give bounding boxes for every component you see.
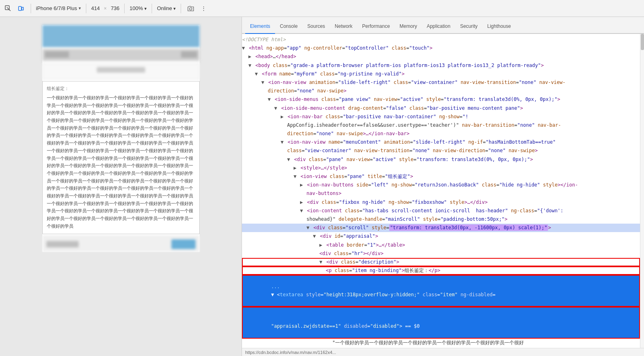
tree-ionnavbtns-cont[interactable]: nav-buttons> — [242, 189, 640, 198]
phone-preview: 组长鉴定： 一个很好的学员一个很好的学员一个很好的学员一个很好的学员一个很好的学… — [0, 17, 242, 356]
main-area: 组长鉴定： 一个很好的学员一个很好的学员一个很好的学员一个很好的学员一个很好的学… — [0, 17, 644, 356]
tree-textarea-cont[interactable]: "appraisal.zwjdstate==1" disabled="disab… — [242, 307, 640, 339]
bottom-status-bar: https://cdn.bcdoc.info/v/nav.m/nav.m/116… — [242, 348, 644, 356]
scrollbar-thumb[interactable] — [641, 34, 644, 50]
tree-table[interactable]: ▶ <table border="1">…</table> — [242, 241, 640, 249]
tab-memory[interactable]: Memory — [395, 20, 422, 34]
tree-textarea-selected[interactable]: ... ▼ <textarea style="height:318px;over… — [242, 275, 640, 307]
tab-network-label: Network — [335, 23, 352, 29]
inspect-element-icon[interactable] — [3, 4, 13, 13]
tree-form[interactable]: ▼ <form name="myForm" class="ng-pristine… — [242, 70, 640, 78]
tab-lighthouse[interactable]: Lighthouse — [482, 20, 516, 34]
tree-ioncontent[interactable]: ▼ <ion-content class="has-tabs scroll-co… — [242, 207, 640, 215]
elements-tree[interactable]: <!DOCTYPE html> ▼ <html ng-app="app" ng-… — [242, 34, 640, 348]
dim-separator: × — [104, 6, 107, 11]
tab-elements[interactable]: Elements — [245, 20, 275, 34]
tree-divscroll[interactable]: ▼ <div class="scroll" style="transform: … — [242, 224, 640, 232]
height-value: 736 — [111, 5, 120, 11]
tree-ionside[interactable]: ▼ <ion-side-menus class="pane view" nav-… — [242, 95, 640, 104]
zoom-selector[interactable]: 100% ▾ — [129, 5, 147, 11]
tab-console[interactable]: Console — [275, 20, 302, 34]
tab-elements-label: Elements — [250, 23, 270, 29]
device-toggle-icon[interactable] — [16, 4, 26, 13]
tree-divappraisal[interactable]: ▼ <div id="appraisal"> — [242, 232, 640, 241]
toolbar-sep-5 — [181, 4, 181, 13]
tree-ionview[interactable]: ▼ <ion-view class="pane" title="组长鉴定"> — [242, 172, 640, 181]
tree-ionnavbar-cont[interactable]: AppConfig.isheaderfooter==false&&user.us… — [242, 121, 640, 130]
tree-ionnavview2-cont[interactable]: class="view-container" nav-view-transiti… — [242, 147, 640, 155]
toolbar-sep-3 — [124, 4, 125, 13]
svg-rect-1 — [19, 6, 21, 10]
tree-head[interactable]: ▶ <head>…</head> — [242, 52, 640, 61]
tree-ionsidemenu[interactable]: ▼ <ion-side-menu-content drag-content="f… — [242, 104, 640, 113]
tab-performance[interactable]: Performance — [357, 20, 395, 34]
device-dropdown-icon[interactable]: ▾ — [79, 6, 81, 11]
tab-application-label: Application — [427, 23, 450, 29]
more-dots: ⋮ — [201, 5, 206, 12]
tree-html[interactable]: ▼ <html ng-app="app" ng-controller="topC… — [242, 44, 640, 52]
tree-textarea-text1[interactable]: "一个很好的学员一个很好的学员一个很好的学员一个很好的学员一个很好的学员一个很好 — [242, 339, 640, 347]
tab-network[interactable]: Network — [330, 20, 357, 34]
tab-sources-label: Sources — [307, 23, 325, 29]
elements-scrollbar[interactable] — [640, 34, 644, 348]
tree-ioncontent-cont[interactable]: showhead}" delegate-handle="mainScroll" … — [242, 215, 640, 224]
tree-div-pane[interactable]: ▼ <div class="pane" nav-view="active" st… — [242, 155, 640, 164]
devtools-tabs: Elements Console Sources Network Perform… — [242, 17, 644, 34]
tree-body[interactable]: ▼ <body class="grade-a platform-browser … — [242, 61, 640, 70]
top-toolbar: iPhone 6/7/8 Plus ▾ 414 × 736 100% ▾ Onl… — [0, 0, 644, 17]
device-name-label: iPhone 6/7/8 Plus — [36, 5, 77, 11]
tree-ionnav1[interactable]: ▼ <ion-nav-view animation="slide-left-ri… — [242, 78, 640, 87]
capture-screenshot-icon[interactable] — [186, 4, 196, 13]
elements-content: <!DOCTYPE html> ▼ <html ng-app="app" ng-… — [242, 34, 644, 348]
tree-style[interactable]: ▶ <style>…</style> — [242, 164, 640, 172]
device-selector[interactable]: iPhone 6/7/8 Plus ▾ — [36, 5, 81, 11]
preview-wrapper: 组长鉴定： 一个很好的学员一个很好的学员一个很好的学员一个很好的学员一个很好的学… — [42, 25, 200, 252]
zoom-value: 100% — [129, 5, 143, 11]
svg-point-3 — [190, 8, 192, 10]
tab-console-label: Console — [280, 23, 298, 29]
preview-bottom-row — [42, 236, 200, 252]
tab-security-label: Security — [460, 23, 477, 29]
preview-body-text: 一个很好的学员一个很好的学员一个很好的学员一个很好的学员一个很好的学员一个很好的… — [47, 94, 195, 230]
toolbar-sep-1 — [31, 4, 31, 13]
tree-ionnavview2[interactable]: ▼ <ion-nav-view name="menuContent" anima… — [242, 138, 640, 147]
tree-ionnav1-cont[interactable]: direction="none" nav-swipe> — [242, 87, 640, 95]
zoom-dropdown-icon: ▾ — [144, 6, 147, 11]
preview-text-area: 组长鉴定： 一个很好的学员一个很好的学员一个很好的学员一个很好的学员一个很好的学… — [42, 81, 200, 234]
preview-content: 组长鉴定： 一个很好的学员一个很好的学员一个很好的学员一个很好的学员一个很好的学… — [0, 17, 242, 260]
toolbar-sep-2 — [86, 4, 86, 13]
tree-divhr1[interactable]: <div class="hr"></div> — [242, 249, 640, 258]
preview-info-row — [42, 63, 200, 80]
tab-performance-label: Performance — [362, 23, 390, 29]
tree-ionnavbar-cont2[interactable]: direction="none" nav-swipe>…</ion-nav-ba… — [242, 130, 640, 138]
preview-header — [42, 25, 200, 47]
tree-divdesc[interactable]: ▼ <div class="description"> — [242, 258, 640, 266]
network-throttle[interactable]: Online ▾ — [157, 5, 176, 11]
preview-gray-row — [42, 49, 200, 61]
tab-security[interactable]: Security — [455, 20, 482, 34]
tab-application[interactable]: Application — [422, 20, 455, 34]
tree-ionnavbtns[interactable]: ▶ <ion-nav-buttons side="left" ng-show="… — [242, 181, 640, 189]
svg-rect-2 — [22, 7, 23, 10]
network-dropdown-icon: ▾ — [173, 6, 176, 11]
width-value: 414 — [91, 5, 100, 11]
more-options-icon[interactable]: ⋮ — [199, 4, 208, 13]
tab-lighthouse-label: Lighthouse — [487, 23, 511, 29]
tree-doctype[interactable]: <!DOCTYPE html> — [242, 36, 640, 44]
network-value: Online — [157, 5, 172, 11]
toolbar-sep-4 — [152, 4, 152, 13]
status-path: https://cdn.bcdoc.info/v/nav.m/nav.m/116… — [245, 350, 336, 355]
devtools-panel: Elements Console Sources Network Perform… — [242, 17, 644, 356]
tab-sources[interactable]: Sources — [302, 20, 330, 34]
tree-p-binding[interactable]: <p class="item ng-binding">组长鉴定：</p> — [242, 266, 640, 275]
tab-memory-label: Memory — [400, 23, 417, 29]
tree-divfixbox[interactable]: ▶ <div class="fixbox ng-hide" ng-show="f… — [242, 198, 640, 207]
tree-ionnavbar[interactable]: ▶ <ion-nav-bar class="bar-positive nav-b… — [242, 113, 640, 121]
